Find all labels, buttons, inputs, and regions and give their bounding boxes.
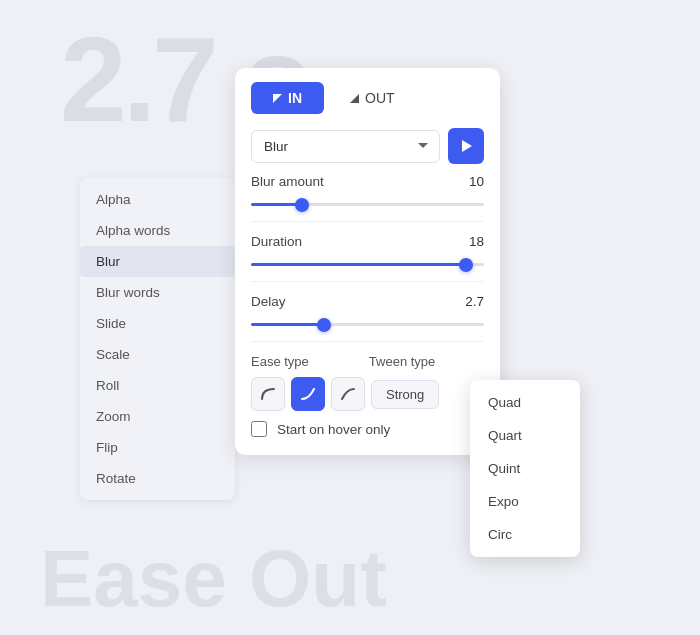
ease-btn-curve3[interactable]	[331, 377, 365, 411]
in-label: IN	[288, 90, 302, 106]
delay-slider-container	[251, 313, 484, 329]
blur-amount-row: Blur amount 10	[251, 174, 484, 189]
duration-slider[interactable]	[251, 263, 484, 266]
in-out-toggle-bar: IN OUT	[235, 68, 500, 124]
effect-selector-row: Blur Fade Slide Scale Zoom	[235, 124, 500, 174]
hover-checkbox-label: Start on hover only	[277, 422, 390, 437]
duration-label: Duration	[251, 234, 302, 249]
ease-btn-curve1[interactable]	[251, 377, 285, 411]
duration-row: Duration 18	[251, 234, 484, 249]
sidebar-item-flip[interactable]: Flip	[80, 432, 235, 463]
blur-amount-value: 10	[469, 174, 484, 189]
tween-strong-button[interactable]: Strong	[371, 380, 439, 409]
hover-checkbox[interactable]	[251, 421, 267, 437]
delay-row: Delay 2.7	[251, 294, 484, 309]
ease-tween-controls: Strong	[251, 377, 484, 411]
dropdown-item-quad[interactable]: Quad	[470, 386, 580, 419]
curve3-icon	[339, 385, 357, 403]
animation-type-sidebar: Alpha Alpha words Blur Blur words Slide …	[80, 178, 235, 500]
play-button[interactable]	[448, 128, 484, 164]
sidebar-item-alpha-words[interactable]: Alpha words	[80, 215, 235, 246]
sidebar-item-blur-words[interactable]: Blur words	[80, 277, 235, 308]
blur-amount-slider-container	[251, 193, 484, 209]
animation-config-panel: IN OUT Blur Fade Slide Scale Zoom Blur a…	[235, 68, 500, 455]
in-triangle-icon	[273, 94, 282, 103]
curve1-icon	[259, 385, 277, 403]
ease-type-label: Ease type	[251, 354, 309, 369]
duration-value: 18	[469, 234, 484, 249]
blur-amount-label: Blur amount	[251, 174, 324, 189]
sidebar-item-zoom[interactable]: Zoom	[80, 401, 235, 432]
hover-checkbox-row: Start on hover only	[235, 411, 500, 439]
dropdown-item-expo[interactable]: Expo	[470, 485, 580, 518]
param-section: Blur amount 10 Duration 18 Delay 2.7	[235, 174, 500, 342]
tween-dropdown-popup: Quad Quart Quint Expo Circ	[470, 380, 580, 557]
delay-slider[interactable]	[251, 323, 484, 326]
sidebar-item-rotate[interactable]: Rotate	[80, 463, 235, 494]
divider-3	[251, 341, 484, 342]
out-triangle-icon	[350, 94, 359, 103]
ease-tween-labels-row: Ease type Tween type	[251, 354, 484, 369]
divider-1	[251, 221, 484, 222]
duration-slider-container	[251, 253, 484, 269]
ease-tween-section: Ease type Tween type Strong	[235, 354, 500, 411]
blur-amount-slider[interactable]	[251, 203, 484, 206]
divider-2	[251, 281, 484, 282]
dropdown-item-quint[interactable]: Quint	[470, 452, 580, 485]
sidebar-item-alpha[interactable]: Alpha	[80, 184, 235, 215]
out-label: OUT	[365, 90, 395, 106]
sidebar-item-blur[interactable]: Blur	[80, 246, 235, 277]
dropdown-item-circ[interactable]: Circ	[470, 518, 580, 551]
play-icon	[462, 140, 472, 152]
sidebar-item-slide[interactable]: Slide	[80, 308, 235, 339]
delay-value: 2.7	[465, 294, 484, 309]
btn-in[interactable]: IN	[251, 82, 324, 114]
tween-type-label: Tween type	[369, 354, 436, 369]
curve2-icon	[299, 385, 317, 403]
delay-label: Delay	[251, 294, 286, 309]
effect-select[interactable]: Blur Fade Slide Scale Zoom	[251, 130, 440, 163]
watermark-bottom: Ease Out	[40, 533, 387, 625]
sidebar-item-roll[interactable]: Roll	[80, 370, 235, 401]
dropdown-item-quart[interactable]: Quart	[470, 419, 580, 452]
ease-btn-curve2[interactable]	[291, 377, 325, 411]
sidebar-item-scale[interactable]: Scale	[80, 339, 235, 370]
btn-out[interactable]: OUT	[328, 82, 417, 114]
